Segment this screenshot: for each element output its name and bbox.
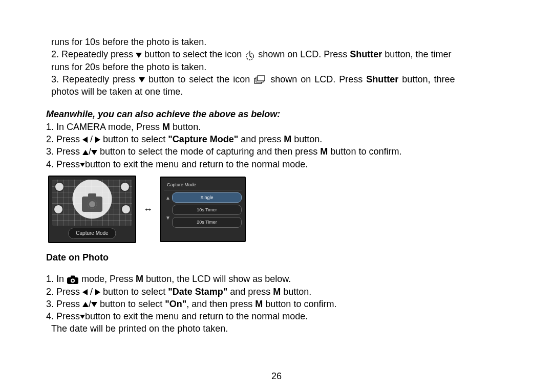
m-label: M bbox=[255, 299, 263, 309]
double-arrow-icon: ↔ bbox=[143, 203, 153, 215]
text: 1. In bbox=[46, 274, 67, 284]
left-triangle-icon bbox=[82, 137, 88, 143]
menu-item-20s: 20s Timer bbox=[172, 217, 242, 227]
intro-item-2: 2. Repeatedly press button to select the… bbox=[51, 48, 507, 60]
text: 4. Press bbox=[46, 311, 80, 321]
text: , and then press bbox=[186, 299, 255, 309]
down-triangle-icon bbox=[136, 53, 142, 58]
shutter-label: Shutter bbox=[350, 49, 382, 59]
menu-header: Capture Mode bbox=[164, 181, 242, 190]
text: button to exit the menu and return to th… bbox=[85, 311, 308, 321]
m-label: M bbox=[273, 287, 281, 297]
text: button to select the mode of capturing a… bbox=[100, 146, 320, 157]
camera-mode-icon bbox=[67, 275, 79, 285]
meanwhile-1: 1. In CAMERA mode, Press M button. bbox=[46, 121, 507, 133]
lcd-menu-capture-mode: Capture Mode ▲ ▼ Single 10s Timer 20s Ti… bbox=[160, 177, 246, 242]
intro-item-3: 3. Repeatedly press button to select the… bbox=[51, 73, 507, 85]
menu-body: ▲ ▼ Single 10s Timer 20s Timer bbox=[164, 192, 242, 227]
date-4: 4. Pressbutton to exit the menu and retu… bbox=[46, 310, 507, 322]
meanwhile-2: 2. Press / button to select "Capture Mod… bbox=[46, 133, 507, 145]
up-triangle-icon bbox=[82, 150, 89, 155]
date-on-photo-heading: Date on Photo bbox=[46, 251, 507, 264]
svg-rect-6 bbox=[258, 76, 265, 81]
text: button, the LCD will show as below. bbox=[143, 274, 291, 284]
orbit-dot bbox=[121, 183, 129, 191]
meanwhile-4: 4. Pressbutton to exit the menu and retu… bbox=[46, 158, 507, 170]
date-5: The date will be printed on the photo ta… bbox=[46, 322, 507, 335]
text: button to select the icon bbox=[148, 74, 253, 84]
text: 2. Press bbox=[46, 134, 82, 144]
text: button, three bbox=[402, 74, 455, 84]
right-triangle-icon bbox=[95, 137, 100, 143]
meanwhile-list: 1. In CAMERA mode, Press M button. 2. Pr… bbox=[46, 121, 507, 170]
intro-section: runs for 10s before the photo is taken. … bbox=[46, 36, 507, 98]
text: button to select bbox=[103, 134, 168, 144]
text: button. bbox=[291, 134, 322, 144]
burst-stack-icon bbox=[253, 75, 267, 85]
shutter-label: Shutter bbox=[366, 74, 398, 84]
down-triangle-icon bbox=[91, 302, 97, 307]
svg-rect-8 bbox=[71, 276, 75, 278]
date-1: 1. In mode, Press M button, the LCD will… bbox=[46, 273, 507, 285]
text: 3. Press bbox=[46, 299, 82, 309]
m-label: M bbox=[136, 274, 143, 284]
text: 3. Repeatedly press bbox=[51, 74, 139, 84]
text: button to select the icon bbox=[144, 49, 244, 59]
down-triangle-icon bbox=[80, 315, 85, 319]
m-label: M bbox=[162, 122, 170, 132]
down-triangle-icon bbox=[91, 150, 97, 155]
text: button to confirm. bbox=[263, 299, 336, 309]
text: shown on LCD. Press bbox=[258, 49, 350, 59]
capture-mode-label: "Capture Mode" bbox=[168, 134, 238, 144]
down-triangle-icon bbox=[80, 163, 85, 167]
right-triangle-icon bbox=[95, 289, 100, 295]
text: and press bbox=[238, 134, 284, 144]
left-triangle-icon bbox=[82, 289, 88, 295]
meanwhile-3: 3. Press / button to select the mode of … bbox=[46, 145, 507, 158]
date-3: 3. Press / button to select "On", and th… bbox=[46, 298, 507, 310]
camera-icon bbox=[82, 197, 102, 212]
text: button. bbox=[281, 287, 311, 297]
on-label: "On" bbox=[165, 299, 186, 309]
menu-item-10s: 10s Timer bbox=[172, 205, 242, 215]
date-2: 2. Press / button to select "Date Stamp"… bbox=[46, 286, 507, 298]
text: 4. Press bbox=[46, 159, 80, 169]
meanwhile-heading: Meanwhile, you can also achieve the abov… bbox=[46, 108, 507, 120]
timer-20s-icon bbox=[244, 50, 256, 60]
date-stamp-label: "Date Stamp" bbox=[168, 287, 227, 297]
down-triangle-icon bbox=[139, 77, 145, 82]
manual-page: runs for 10s before the photo is taken. … bbox=[0, 0, 553, 335]
svg-line-2 bbox=[250, 56, 252, 57]
text: button, the timer bbox=[385, 49, 451, 59]
figure-row: Capture Mode ↔ Capture Mode ▲ ▼ Single 1… bbox=[48, 176, 507, 243]
up-triangle-icon bbox=[82, 302, 89, 307]
text: and press bbox=[227, 287, 273, 297]
m-label: M bbox=[284, 134, 291, 144]
svg-point-10 bbox=[72, 280, 74, 282]
text: mode, Press bbox=[81, 274, 136, 284]
text: 2. Repeatedly press bbox=[51, 49, 136, 59]
menu-items: Single 10s Timer 20s Timer bbox=[172, 192, 242, 227]
orbit-dot bbox=[54, 205, 62, 213]
text: shown on LCD. Press bbox=[270, 74, 366, 84]
text: 3. Press bbox=[46, 146, 82, 157]
page-number: 26 bbox=[0, 371, 553, 382]
intro-cont-line: runs for 10s before the photo is taken. bbox=[51, 36, 507, 48]
text: button. bbox=[170, 122, 201, 132]
menu-arrows: ▲ ▼ bbox=[164, 192, 172, 227]
date-list: 1. In mode, Press M button, the LCD will… bbox=[46, 273, 507, 335]
text: 1. In CAMERA mode, Press bbox=[46, 122, 162, 132]
down-chevron-icon: ▼ bbox=[165, 214, 171, 222]
text: button to exit the menu and return to th… bbox=[85, 159, 308, 169]
text: button to select bbox=[100, 299, 165, 309]
text: 2. Press bbox=[46, 287, 82, 297]
orbit-dot bbox=[55, 183, 63, 191]
m-label: M bbox=[320, 146, 328, 157]
up-chevron-icon: ▲ bbox=[165, 194, 171, 202]
text: button to confirm. bbox=[328, 146, 401, 157]
text: button to select bbox=[103, 287, 168, 297]
orbit-dot bbox=[122, 205, 130, 213]
capture-mode-pill: Capture Mode bbox=[68, 228, 116, 239]
menu-item-single: Single bbox=[172, 192, 242, 203]
intro-item-3-cont: photos will be taken at one time. bbox=[51, 85, 507, 98]
